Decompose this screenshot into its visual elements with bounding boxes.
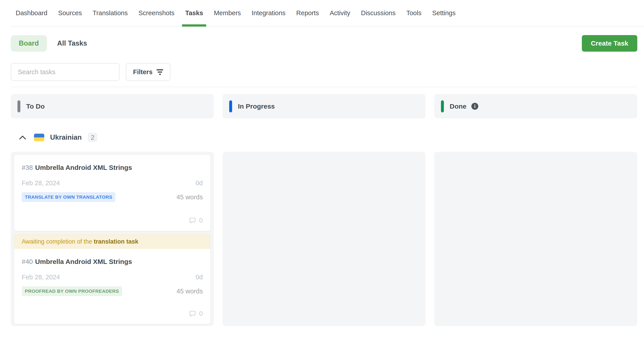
task-title: Umbrella Android XML Strings: [35, 164, 132, 171]
in-progress-status-bar-icon: [229, 100, 232, 112]
comment-bubble-icon: [189, 310, 196, 317]
language-group-name: Ukrainian: [50, 133, 82, 141]
column-title: To Do: [26, 103, 45, 110]
workflow-step-badge: TRANSLATE BY OWN TRANSLATORS: [22, 192, 116, 202]
nav-item-discussions[interactable]: Discussions: [358, 0, 399, 26]
top-navigation: Dashboard Sources Translations Screensho…: [11, 0, 644, 26]
task-due: 0d: [196, 179, 203, 187]
task-footer: 0: [22, 217, 203, 224]
create-task-button[interactable]: Create Task: [582, 35, 637, 52]
task-title: Umbrella Android XML Strings: [35, 258, 132, 265]
task-card-40-group[interactable]: Awaiting completion of the translation t…: [14, 234, 211, 324]
search-row: Filters: [11, 63, 637, 81]
nav-item-reports[interactable]: Reports: [293, 0, 322, 26]
column-title: In Progress: [238, 103, 275, 110]
nav-item-settings[interactable]: Settings: [429, 0, 459, 26]
language-group-header[interactable]: Ukrainian 2: [19, 131, 637, 144]
section-divider: [11, 87, 637, 87]
search-tasks-input[interactable]: [11, 63, 120, 81]
column-header-done: Done i: [434, 94, 637, 118]
done-status-bar-icon: [441, 100, 444, 112]
task-card-40[interactable]: #40Umbrella Android XML Strings Feb 28, …: [14, 249, 210, 324]
task-id: #40: [22, 258, 33, 265]
lane-done: [434, 152, 637, 326]
nav-item-translations[interactable]: Translations: [90, 0, 131, 26]
workflow-step-badge: PROOFREAD BY OWN PROOFREADERS: [22, 286, 122, 296]
comment-bubble-icon: [189, 217, 196, 224]
lane-todo: #38Umbrella Android XML Strings Feb 28, …: [11, 152, 214, 326]
task-word-count: 45 words: [176, 194, 203, 201]
nav-item-sources[interactable]: Sources: [55, 0, 85, 26]
column-title: Done: [450, 103, 466, 110]
filter-icon: [156, 69, 163, 75]
column-header-in-progress: In Progress: [222, 94, 426, 118]
ukraine-flag-icon: [34, 134, 44, 141]
board-column-headers: To Do In Progress Done i: [11, 94, 637, 118]
task-due: 0d: [196, 274, 203, 281]
todo-status-bar-icon: [18, 100, 20, 112]
comment-count: 0: [199, 217, 203, 224]
task-badge-row: TRANSLATE BY OWN TRANSLATORS 45 words: [22, 192, 203, 202]
tab-board-view[interactable]: Board: [11, 35, 47, 52]
nav-item-tasks[interactable]: Tasks: [182, 0, 206, 26]
filters-button-label: Filters: [133, 68, 152, 76]
tab-all-tasks-view[interactable]: All Tasks: [57, 39, 87, 47]
board-lanes: #38Umbrella Android XML Strings Feb 28, …: [11, 152, 637, 326]
column-header-todo: To Do: [11, 94, 214, 118]
banner-text: Awaiting completion of the: [22, 238, 94, 245]
task-meta-row: Feb 28, 2024 0d: [22, 179, 203, 187]
comment-count: 0: [199, 310, 203, 317]
task-title-row: #38Umbrella Android XML Strings: [22, 163, 203, 172]
task-word-count: 45 words: [176, 288, 203, 295]
lane-in-progress: [222, 152, 426, 326]
tasks-toolbar: Board All Tasks Create Task: [11, 35, 637, 52]
task-id: #38: [22, 164, 33, 171]
banner-linked-task[interactable]: translation task: [94, 238, 138, 245]
language-task-count-badge: 2: [88, 133, 97, 142]
info-icon[interactable]: i: [471, 103, 478, 110]
nav-item-screenshots[interactable]: Screenshots: [135, 0, 178, 26]
task-date: Feb 28, 2024: [22, 274, 60, 281]
nav-item-dashboard[interactable]: Dashboard: [12, 0, 50, 26]
task-footer: 0: [22, 310, 203, 317]
nav-item-members[interactable]: Members: [211, 0, 244, 26]
nav-item-integrations[interactable]: Integrations: [248, 0, 289, 26]
task-date: Feb 28, 2024: [22, 179, 60, 187]
task-title-row: #40Umbrella Android XML Strings: [22, 257, 203, 266]
chevron-up-icon[interactable]: [19, 135, 26, 140]
task-meta-row: Feb 28, 2024 0d: [22, 274, 203, 281]
filters-button[interactable]: Filters: [126, 63, 170, 81]
awaiting-completion-banner: Awaiting completion of the translation t…: [14, 234, 210, 249]
task-badge-row: PROOFREAD BY OWN PROOFREADERS 45 words: [22, 286, 203, 296]
nav-item-tools[interactable]: Tools: [403, 0, 425, 26]
task-card-38[interactable]: #38Umbrella Android XML Strings Feb 28, …: [14, 155, 211, 231]
nav-item-activity[interactable]: Activity: [326, 0, 353, 26]
